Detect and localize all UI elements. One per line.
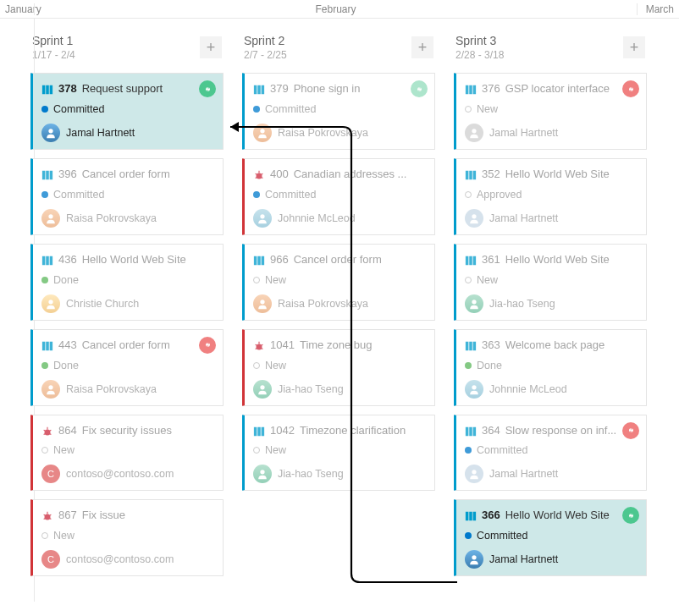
work-item-id: 443 — [58, 338, 77, 353]
bug-icon — [41, 510, 53, 522]
add-work-item-button[interactable]: + — [623, 36, 645, 58]
svg-rect-18 — [254, 85, 257, 95]
svg-point-16 — [45, 429, 51, 435]
state-dot-icon — [465, 362, 472, 369]
work-item-card[interactable]: 400Canadian addresses ...CommittedJohnni… — [242, 158, 435, 235]
backlog-item-icon — [41, 255, 53, 267]
state-dot-icon — [465, 532, 472, 539]
work-item-card[interactable]: 378Request supportCommittedJamal Hartnet… — [30, 73, 224, 150]
state-dot-icon — [253, 191, 260, 198]
svg-rect-42 — [466, 256, 469, 266]
state-label: Committed — [265, 189, 316, 201]
month-label: March — [637, 3, 679, 15]
svg-rect-19 — [257, 85, 261, 95]
avatar — [465, 380, 483, 399]
state-dot-icon — [41, 191, 48, 198]
work-item-card[interactable]: 1041Time zone bugNewJia-hao Tseng — [242, 329, 435, 406]
work-item-card[interactable]: 361Hello World Web SiteNewJia-hao Tseng — [454, 244, 647, 321]
state-dot-icon — [465, 191, 472, 198]
backlog-item-icon — [253, 84, 265, 96]
state-label: Committed — [265, 103, 316, 115]
state-dot-icon — [253, 106, 260, 113]
work-item-card[interactable]: 376GSP locator interfaceNewJamal Hartnet… — [454, 73, 647, 150]
svg-rect-31 — [257, 426, 261, 436]
work-item-card[interactable]: 396Cancel order formCommittedRaisa Pokro… — [30, 158, 224, 235]
state-label: Done — [53, 274, 79, 286]
state-label: New — [53, 444, 75, 456]
assignee-name: Jamal Hartnett — [66, 127, 135, 139]
work-item-card[interactable]: 352Hello World Web SiteApprovedJamal Har… — [454, 158, 647, 235]
svg-point-41 — [472, 214, 476, 218]
svg-rect-26 — [262, 256, 265, 266]
work-item-title: Hello World Web Site — [505, 509, 638, 523]
sprint-dates: 2/7 - 2/25 — [244, 49, 411, 61]
assignee-name: Jamal Hartnett — [489, 127, 558, 139]
work-item-title: GSP locator interface — [505, 82, 638, 96]
add-work-item-button[interactable]: + — [200, 36, 222, 58]
svg-rect-34 — [466, 85, 469, 95]
svg-rect-1 — [46, 85, 49, 95]
state-dot-icon — [41, 362, 48, 369]
state-dot-icon — [41, 277, 48, 283]
avatar: C — [41, 550, 60, 569]
svg-point-7 — [48, 214, 52, 218]
state-dot-icon — [465, 277, 472, 283]
work-item-id: 352 — [482, 168, 500, 182]
svg-rect-47 — [469, 341, 472, 350]
assignee-name: Jamal Hartnett — [489, 468, 558, 480]
svg-rect-25 — [257, 256, 261, 266]
avatar — [465, 465, 483, 483]
add-work-item-button[interactable]: + — [411, 36, 433, 58]
state-label: New — [477, 274, 498, 286]
svg-rect-48 — [473, 341, 477, 350]
avatar — [465, 209, 483, 228]
svg-rect-13 — [46, 341, 49, 350]
state-label: Done — [53, 360, 79, 371]
svg-point-45 — [472, 300, 476, 304]
assignee-name: Jamal Hartnett — [489, 212, 558, 224]
work-item-id: 867 — [58, 509, 77, 523]
svg-rect-5 — [46, 171, 49, 180]
sprint-column: Sprint 32/28 - 3/18+376GSP locator inter… — [454, 25, 647, 585]
assignee-name: Johnnie McLeod — [489, 383, 567, 395]
state-label: Committed — [53, 189, 104, 201]
work-item-card[interactable]: 363Welcome back pageDoneJohnnie McLeod — [454, 329, 647, 406]
svg-rect-43 — [469, 256, 472, 266]
work-item-card[interactable]: 867Fix issueNewCcontoso@contoso.com — [30, 499, 224, 576]
month-label: January — [0, 3, 34, 15]
bug-icon — [253, 340, 265, 352]
assignee-name: contoso@contoso.com — [66, 553, 174, 565]
work-item-title: Cancel order form — [82, 168, 214, 182]
work-item-card[interactable]: 443Cancel order formDoneRaisa Pokrovskay… — [30, 329, 224, 406]
work-item-title: Welcome back page — [505, 338, 638, 353]
assignee-name: Johnnie McLeod — [278, 212, 356, 224]
state-label: Committed — [477, 530, 527, 542]
backlog-item-icon — [253, 426, 265, 437]
avatar — [253, 209, 272, 228]
work-item-card[interactable]: 366Hello World Web SiteCommittedJamal Ha… — [454, 499, 647, 576]
work-item-card[interactable]: 379Phone sign inCommittedRaisa Pokrovska… — [242, 73, 435, 150]
svg-rect-52 — [473, 426, 477, 436]
svg-rect-14 — [50, 341, 53, 350]
backlog-item-icon — [465, 426, 477, 437]
sprint-dates: 1/17 - 2/4 — [32, 49, 200, 61]
work-item-title: Hello World Web Site — [505, 253, 638, 267]
work-item-id: 396 — [58, 168, 77, 182]
backlog-item-icon — [465, 510, 477, 522]
backlog-item-icon — [465, 255, 477, 267]
svg-rect-12 — [42, 341, 46, 350]
work-item-card[interactable]: 436Hello World Web SiteDoneChristie Chur… — [30, 244, 224, 321]
work-item-card[interactable]: 364Slow response on inf...CommittedJamal… — [454, 415, 647, 492]
assignee-name: Raisa Pokrovskaya — [66, 383, 157, 395]
avatar — [253, 294, 272, 313]
work-item-title: Hello World Web Site — [82, 253, 214, 267]
work-item-card[interactable]: 966Cancel order formNewRaisa Pokrovskaya — [242, 244, 435, 321]
work-item-card[interactable]: 1042Timezone clarificationNewJia-hao Tse… — [242, 415, 435, 492]
svg-point-27 — [260, 300, 264, 304]
avatar — [41, 294, 60, 313]
link-badge-icon — [199, 80, 216, 97]
assignee-name: Jia-hao Tseng — [278, 383, 344, 395]
work-item-id: 436 — [58, 253, 77, 267]
work-item-id: 364 — [482, 424, 500, 438]
work-item-card[interactable]: 864Fix security issuesNewCcontoso@contos… — [30, 415, 224, 492]
